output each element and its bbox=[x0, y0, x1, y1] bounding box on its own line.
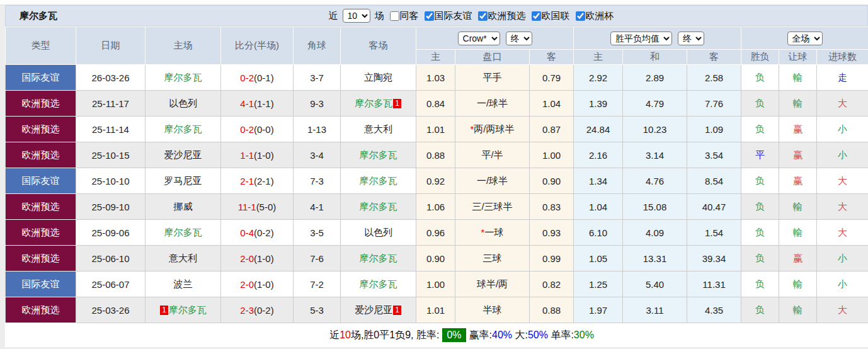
avg-away: 4.35 bbox=[687, 297, 741, 323]
team-name: 摩尔多瓦 bbox=[355, 98, 392, 108]
goals-result-cell: 大 bbox=[817, 168, 868, 194]
fulltime-score: 2-0 bbox=[240, 279, 254, 290]
recent-label: 近 bbox=[329, 10, 338, 22]
handicap-result-cell: 赢 bbox=[779, 168, 817, 194]
score-cell: 2-1(2-1) bbox=[221, 168, 294, 194]
away-team: 意大利 bbox=[341, 117, 416, 142]
match-table-body: 国际友谊26-03-26摩尔多瓦0-2(0-1)3-7立陶宛1.03平手0.79… bbox=[6, 65, 868, 323]
handicap-result-cell: 赢 bbox=[779, 142, 817, 168]
avg-home: 1.05 bbox=[574, 246, 623, 272]
avg-away: 3.54 bbox=[687, 142, 741, 168]
summary-footer: 近10场,胜0平1负9, 胜率: 0% 赢率:40% 大:50% 单率:30% bbox=[5, 323, 868, 347]
home-team: 罗马尼亚 bbox=[146, 168, 221, 194]
odds-time-select[interactable]: 终 bbox=[506, 31, 532, 45]
table-row: 欧洲预选25-11-17以色列4-1(1-1)9-3摩尔多瓦10.84一/球半1… bbox=[6, 91, 868, 117]
score-cell: 11-1(5-0) bbox=[221, 194, 294, 220]
team-name: 爱沙尼亚 bbox=[355, 304, 392, 315]
home-team: 以色列 bbox=[146, 91, 221, 117]
filter-checkbox-euro-cup[interactable]: 欧洲杯 bbox=[573, 10, 614, 22]
avg-away: 1.09 bbox=[687, 117, 741, 142]
handicap-result-cell: 輸 bbox=[779, 272, 817, 297]
avg-type-select[interactable]: 胜平负均值 bbox=[610, 31, 672, 45]
avg-away: 11.31 bbox=[687, 272, 741, 297]
same-venue-checkbox[interactable] bbox=[390, 11, 399, 21]
handicap-rate-label: 赢率: bbox=[469, 329, 492, 342]
filter-checkbox-friendly[interactable]: 国际友谊 bbox=[422, 10, 472, 22]
line-text: 平手 bbox=[483, 72, 502, 83]
odds-away: 0.90 bbox=[530, 168, 574, 194]
avg-home: 1.39 bbox=[574, 91, 623, 117]
avg-draw: 4.09 bbox=[623, 220, 687, 246]
euro-qualifier-checkbox[interactable] bbox=[478, 11, 488, 21]
scope-select[interactable]: 全场 bbox=[787, 31, 823, 45]
subcol-avg-home: 主 bbox=[574, 50, 623, 65]
corners-cell: 5-3 bbox=[294, 297, 341, 323]
table-row: 欧洲预选25-09-10挪威11-1(5-0)4-1摩尔多瓦1.06三/三球半0… bbox=[6, 194, 868, 220]
fulltime-score: 4-1 bbox=[240, 98, 254, 109]
line-text: 两/两球半 bbox=[474, 123, 514, 134]
avg-draw: 3.14 bbox=[623, 142, 687, 168]
match-date: 25-09-10 bbox=[76, 194, 146, 220]
team-name: 摩尔多瓦 bbox=[164, 227, 202, 237]
big-rate-label: 大: bbox=[512, 329, 528, 342]
avg-home: 1.25 bbox=[574, 272, 623, 297]
col-header-corners: 角球 bbox=[294, 27, 341, 65]
type-badge: 欧洲预选 bbox=[6, 194, 76, 220]
odds-home: 1.01 bbox=[416, 117, 455, 142]
away-team: 爱沙尼亚1 bbox=[341, 297, 416, 323]
avg-home: 1.04 bbox=[574, 194, 623, 220]
bookmaker-select[interactable]: Crow* bbox=[458, 31, 500, 45]
result-cell: 负 bbox=[741, 272, 779, 297]
filter-checkbox-nations-league[interactable]: 欧国联 bbox=[529, 10, 570, 22]
avg-home: 24.84 bbox=[574, 117, 623, 142]
result-cell: 负 bbox=[741, 65, 779, 91]
handicap-result-cell: 輸 bbox=[779, 65, 817, 91]
team-name: 摩尔多瓦 bbox=[360, 253, 397, 263]
friendly-checkbox[interactable] bbox=[425, 11, 434, 21]
euro-cup-checkbox[interactable] bbox=[576, 11, 585, 21]
match-date: 25-03-26 bbox=[76, 297, 146, 323]
fulltime-score: 0-2 bbox=[240, 124, 254, 135]
team-stats-panel: 摩尔多瓦 近 10 场 同客 国际友谊 欧洲预选 欧国联 bbox=[5, 5, 868, 347]
home-team: 摩尔多瓦 bbox=[146, 220, 221, 246]
avg-time-select[interactable]: 终 bbox=[678, 31, 704, 45]
odds-home: 0.88 bbox=[416, 142, 455, 168]
summary-prefix: 近 bbox=[329, 329, 340, 342]
home-team: 摩尔多瓦 bbox=[146, 65, 221, 91]
handicap-result-cell: 輸 bbox=[779, 91, 817, 117]
odds-home: 1.06 bbox=[416, 194, 455, 220]
single-rate-label: 单率: bbox=[548, 329, 574, 342]
team-name: 波兰 bbox=[174, 278, 193, 289]
result-cell: 负 bbox=[741, 246, 779, 272]
handicap-result-cell: 輸 bbox=[779, 297, 817, 323]
odds-home: 1.00 bbox=[416, 272, 455, 297]
result-cell: 负 bbox=[741, 117, 779, 142]
same-venue-checkbox-label[interactable]: 同客 bbox=[387, 10, 419, 22]
odds-line: 三/三球半 bbox=[455, 194, 530, 220]
result-cell: 负 bbox=[741, 220, 779, 246]
halftime-score: (0-2) bbox=[254, 227, 274, 238]
odds-group-header: Crow* 终 bbox=[416, 27, 574, 50]
halftime-score: (0-0) bbox=[254, 124, 274, 135]
away-team: 摩尔多瓦 bbox=[341, 168, 416, 194]
avg-away: 8.54 bbox=[687, 168, 741, 194]
goals-result-cell: 小 bbox=[817, 117, 868, 142]
rank-badge: 1 bbox=[393, 306, 401, 315]
avg-home: 2.92 bbox=[574, 65, 623, 91]
halftime-score: (1-1) bbox=[254, 98, 274, 109]
nations-league-checkbox[interactable] bbox=[532, 11, 541, 21]
score-cell: 0-2(0-0) bbox=[221, 117, 294, 142]
score-cell: 2-0(1-0) bbox=[221, 246, 294, 272]
odds-away: 0.93 bbox=[530, 220, 574, 246]
match-date: 25-06-10 bbox=[76, 246, 146, 272]
corners-cell: 9-3 bbox=[294, 91, 341, 117]
avg-home: 1.34 bbox=[574, 168, 623, 194]
goals-result-cell: 小 bbox=[817, 272, 868, 297]
recent-count-select[interactable]: 10 bbox=[343, 9, 370, 23]
odds-line: 球半/两 bbox=[455, 272, 530, 297]
fulltime-score: 1-1 bbox=[240, 150, 254, 161]
fulltime-score: 11-1 bbox=[238, 202, 256, 212]
avg-home: 2.16 bbox=[574, 142, 623, 168]
filter-checkbox-euro-qualifier[interactable]: 欧洲预选 bbox=[476, 10, 526, 22]
odds-line: *一球 bbox=[455, 220, 530, 246]
